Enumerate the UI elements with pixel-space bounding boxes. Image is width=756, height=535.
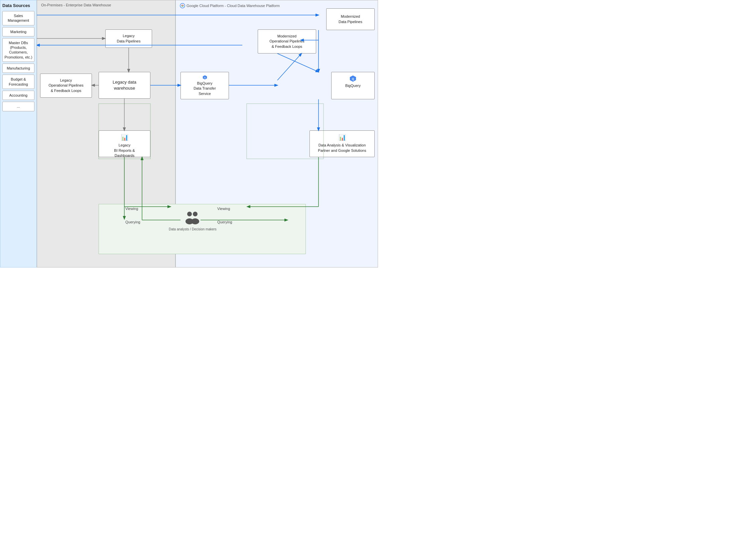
viewing-label-left: Viewing bbox=[125, 207, 138, 211]
ds-masterdbs: Master DBs (Products, Customers, Promoti… bbox=[2, 38, 34, 62]
legacy-data-pipelines-node: LegacyData Pipelines bbox=[105, 29, 152, 48]
data-analysis-icon: 📊 bbox=[339, 133, 346, 142]
svg-point-0 bbox=[180, 3, 185, 8]
modernized-op-pipelines-label: ModernizedOperational Pipelines& Feedbac… bbox=[269, 34, 304, 49]
diagram-container: Data Sources Sales Management Marketing … bbox=[0, 0, 378, 268]
legacy-op-pipelines-node: LegacyOperational Pipelines& Feedback Lo… bbox=[40, 74, 92, 98]
svg-point-8 bbox=[191, 218, 199, 224]
modernized-data-pipelines-node: ModernizedData Pipelines bbox=[326, 8, 375, 30]
users-icon bbox=[183, 211, 202, 226]
ds-etc: ... bbox=[2, 102, 34, 111]
bigquery-dts-icon: Q bbox=[201, 75, 209, 80]
svg-point-5 bbox=[187, 212, 192, 216]
bigquery-dts-node: Q BigQueryData TransferService bbox=[180, 72, 229, 99]
querying-label-left: Querying bbox=[125, 220, 140, 224]
data-analysis-label: Data Analysis & VisualizationPartner and… bbox=[318, 143, 366, 153]
ds-marketing: Marketing bbox=[2, 27, 34, 36]
legacy-bi-reports-node: 📊 LegacyBI Reports &Dashboards bbox=[99, 130, 150, 157]
legacy-bi-label: LegacyBI Reports &Dashboards bbox=[114, 143, 135, 158]
querying-label-right: Querying bbox=[217, 220, 232, 224]
ds-manufacturing: Manufacturing bbox=[2, 64, 34, 73]
viewing-label-right: Viewing bbox=[217, 207, 230, 211]
svg-point-7 bbox=[193, 212, 198, 216]
modernized-op-pipelines-node: ModernizedOperational Pipelines& Feedbac… bbox=[258, 29, 316, 54]
modernized-data-pipelines-label: ModernizedData Pipelines bbox=[339, 14, 362, 24]
google-cloud-icon bbox=[180, 3, 185, 8]
gcp-text: Google Cloud Platform - Cloud Data Wareh… bbox=[186, 4, 280, 8]
ds-budget: Budget & Forecasting bbox=[2, 75, 34, 89]
on-premises-label: On-Premises - Enterprise Data Warehouse bbox=[41, 3, 111, 7]
data-sources-panel: Data Sources Sales Management Marketing … bbox=[0, 0, 37, 268]
svg-text:Q: Q bbox=[204, 76, 206, 79]
svg-text:Q: Q bbox=[352, 77, 354, 81]
data-sources-title: Data Sources bbox=[2, 3, 34, 8]
legacy-data-warehouse-label: Legacy datawarehouse bbox=[113, 79, 136, 91]
user-figure: Data analysts / Decision makers bbox=[169, 211, 217, 231]
bi-chart-icon: 📊 bbox=[121, 133, 128, 142]
bigquery-node: Q BigQuery bbox=[331, 72, 375, 99]
legacy-data-pipelines-label: LegacyData Pipelines bbox=[117, 33, 141, 44]
gcp-label: Google Cloud Platform - Cloud Data Wareh… bbox=[180, 3, 280, 8]
legacy-data-warehouse-node: Legacy datawarehouse bbox=[99, 72, 150, 99]
legacy-op-pipelines-label: LegacyOperational Pipelines& Feedback Lo… bbox=[48, 78, 84, 93]
bigquery-label: BigQuery bbox=[345, 83, 361, 88]
ds-sales: Sales Management bbox=[2, 11, 34, 25]
main-area: On-Premises - Enterprise Data Warehouse … bbox=[37, 0, 378, 268]
data-analysts-label: Data analysts / Decision makers bbox=[169, 227, 217, 231]
bigquery-icon: Q bbox=[349, 75, 357, 82]
data-analysis-node: 📊 Data Analysis & VisualizationPartner a… bbox=[309, 130, 375, 157]
bigquery-dts-label: BigQueryData TransferService bbox=[194, 81, 216, 96]
ds-accounting: Accounting bbox=[2, 91, 34, 100]
